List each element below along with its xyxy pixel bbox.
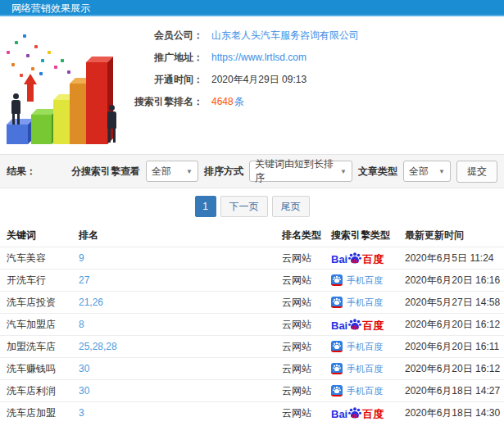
info-row: 会员公司：山东老人头汽车服务咨询有限公司 <box>123 28 359 50</box>
engine-cell: Bai du 百度 <box>331 406 405 419</box>
baidu-logo-du-text: du <box>348 413 361 419</box>
info-value: 2020年4月29日 09:13 <box>211 74 306 85</box>
table-row: 洗车赚钱吗 30 云网站 手机百度 2020年6月20日 16:12 <box>0 357 504 379</box>
info-value[interactable]: 4648 <box>211 96 234 107</box>
rank-link[interactable]: 21,26 <box>79 297 282 308</box>
info-label: 搜索引擎排名： <box>123 94 203 110</box>
mobile-baidu-label: 手机百度 <box>347 274 383 287</box>
info-list: 会员公司：山东老人头汽车服务咨询有限公司 推广地址：https://www.lr… <box>123 28 359 116</box>
businessman-figure <box>10 93 22 125</box>
article-type-label: 文章类型 <box>358 165 397 179</box>
engine-view-select[interactable]: 全部 ▼ <box>146 161 198 182</box>
engine-view-value: 全部 <box>152 165 171 179</box>
engine-cell: 手机百度 <box>331 297 405 309</box>
bar-chart-illustration <box>2 18 125 149</box>
keyword-cell: 汽车美容 <box>7 252 79 265</box>
update-time-cell: 2020年6月18日 14:30 <box>405 406 504 420</box>
mobile-baidu-paw-icon <box>331 385 343 397</box>
rank-type-cell: 云网站 <box>282 340 331 354</box>
rank-type-cell: 云网站 <box>282 252 331 265</box>
engine-cell: 手机百度 <box>331 363 405 375</box>
rank-type-cell: 云网站 <box>282 362 331 376</box>
baidu-logo-bai-text: Bai <box>331 254 347 265</box>
engine-view-label: 分搜索引擎查看 <box>71 165 140 179</box>
growth-arrow-icon <box>24 74 37 102</box>
keyword-cell: 开洗车行 <box>7 274 79 288</box>
chart-bar <box>31 115 52 144</box>
baidu-logo[interactable]: Bai du 百度 <box>331 318 384 331</box>
rank-link[interactable]: 30 <box>79 385 282 397</box>
page-title: 网络营销效果展示 <box>11 2 90 14</box>
baidu-paw-icon: du <box>348 252 361 265</box>
caret-down-icon: ▼ <box>186 168 193 175</box>
baidu-logo-bai-text: Bai <box>331 320 347 331</box>
submit-button[interactable]: 提交 <box>456 161 497 183</box>
info-label: 开通时间： <box>123 72 203 88</box>
update-time-cell: 2020年6月5日 11:24 <box>405 252 504 265</box>
results-table: 关键词 排名 排名类型 搜索引擎类型 最新更新时间 汽车美容 9 云网站 Bai… <box>0 224 504 424</box>
last-page-button[interactable]: 尾页 <box>272 196 310 217</box>
keyword-cell: 洗车赚钱吗 <box>7 362 79 376</box>
keyword-cell: 汽车加盟店 <box>7 318 79 332</box>
mobile-baidu-paw-icon <box>331 363 343 374</box>
keyword-cell: 洗车店投资 <box>7 296 79 310</box>
baidu-logo[interactable]: Bai du 百度 <box>331 252 384 265</box>
mobile-baidu-logo[interactable]: 手机百度 <box>331 274 383 287</box>
col-header-keyword: 关键词 <box>7 229 79 242</box>
table-row: 洗车店加盟 3 云网站 Bai du 百度 2020年6月18日 14:30 <box>0 401 504 424</box>
businessman-figure <box>106 105 118 143</box>
engine-cell: Bai du 百度 <box>331 318 405 331</box>
info-value[interactable]: 山东老人头汽车服务咨询有限公司 <box>211 29 359 41</box>
baidu-paw-icon: du <box>348 318 361 331</box>
rank-link[interactable]: 8 <box>79 319 282 330</box>
rank-link[interactable]: 9 <box>79 252 282 264</box>
rank-link[interactable]: 30 <box>79 363 282 374</box>
sort-select[interactable]: 关键词由短到长排序 ▼ <box>249 161 352 182</box>
baidu-logo-cn-text: 百度 <box>362 409 384 419</box>
mobile-baidu-logo[interactable]: 手机百度 <box>331 297 383 309</box>
baidu-logo-du-text: du <box>348 258 361 264</box>
info-row: 搜索引擎排名：4648条 <box>123 94 359 116</box>
keyword-cell: 加盟洗车店 <box>7 340 79 354</box>
rank-link[interactable]: 25,28,28 <box>79 341 282 352</box>
rank-link[interactable]: 27 <box>79 274 282 286</box>
table-row: 汽车美容 9 云网站 Bai du 百度 2020年6月5日 11:24 <box>0 247 504 269</box>
update-time-cell: 2020年6月20日 16:12 <box>405 318 504 332</box>
mobile-baidu-logo[interactable]: 手机百度 <box>331 385 383 397</box>
sort-value: 关键词由短到长排序 <box>255 157 337 185</box>
rank-type-cell: 云网站 <box>282 384 331 398</box>
caret-down-icon: ▼ <box>438 168 445 175</box>
keyword-cell: 洗车店加盟 <box>7 406 79 420</box>
baidu-paw-icon: du <box>348 406 361 419</box>
next-page-button[interactable]: 下一页 <box>220 196 268 217</box>
info-row: 开通时间：2020年4月29日 09:13 <box>123 72 359 94</box>
keyword-cell: 洗车店利润 <box>7 384 79 398</box>
update-time-cell: 2020年6月18日 14:27 <box>405 384 504 398</box>
baidu-logo-bai-text: Bai <box>331 409 347 419</box>
mobile-baidu-label: 手机百度 <box>347 385 383 397</box>
baidu-logo-cn-text: 百度 <box>362 320 384 331</box>
mobile-baidu-logo[interactable]: 手机百度 <box>331 363 383 375</box>
article-type-select[interactable]: 全部 ▼ <box>403 161 451 182</box>
col-header-update-time: 最新更新时间 <box>405 229 504 242</box>
mobile-baidu-logo[interactable]: 手机百度 <box>331 341 383 353</box>
update-time-cell: 2020年5月27日 14:58 <box>405 296 504 310</box>
mobile-baidu-paw-icon <box>331 297 343 308</box>
table-row: 开洗车行 27 云网站 手机百度 2020年6月20日 16:16 <box>0 269 504 291</box>
info-row: 推广地址：https://www.lrtlsd.com <box>123 50 359 72</box>
mobile-baidu-paw-icon <box>331 274 343 286</box>
info-label: 会员公司： <box>123 28 203 43</box>
table-header-row: 关键词 排名 排名类型 搜索引擎类型 最新更新时间 <box>0 224 504 247</box>
col-header-rank-type: 排名类型 <box>282 229 331 242</box>
page-titlebar: 网络营销效果展示 <box>0 0 504 16</box>
info-label: 推广地址： <box>123 50 203 66</box>
mobile-baidu-label: 手机百度 <box>347 363 383 375</box>
pagination: 1 下一页 尾页 <box>0 188 504 224</box>
update-time-cell: 2020年6月20日 16:16 <box>405 274 504 288</box>
mobile-baidu-paw-icon <box>331 341 343 352</box>
col-header-rank: 排名 <box>79 229 282 242</box>
rank-link[interactable]: 3 <box>79 407 282 419</box>
baidu-logo[interactable]: Bai du 百度 <box>331 406 384 419</box>
info-value[interactable]: https://www.lrtlsd.com <box>211 52 306 63</box>
page-button-current[interactable]: 1 <box>195 196 216 217</box>
